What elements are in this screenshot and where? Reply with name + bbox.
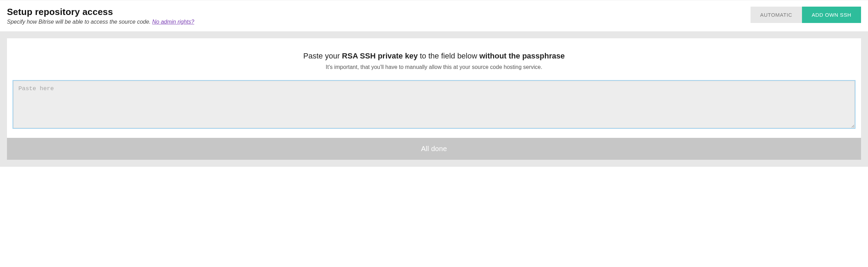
main-area: Paste your RSA SSH private key to the fi… xyxy=(0,31,868,167)
page-header: Setup repository access Specify how Bitr… xyxy=(0,0,868,31)
instruction-text: Paste your RSA SSH private key to the fi… xyxy=(13,52,855,61)
subtitle-prefix: Specify how Bitrise will be able to acce… xyxy=(7,19,152,25)
page-title: Setup repository access xyxy=(7,7,751,17)
done-wrapper: All done xyxy=(7,138,861,160)
sub-instruction-text: It's important, that you'll have to manu… xyxy=(13,64,855,70)
page-subtitle: Specify how Bitrise will be able to acce… xyxy=(7,19,751,25)
tab-group: AUTOMATIC ADD OWN SSH xyxy=(751,7,861,23)
instruction-mid: to the field below xyxy=(418,52,479,60)
instruction-bold-1: RSA SSH private key xyxy=(342,52,418,60)
no-admin-rights-link[interactable]: No admin rights? xyxy=(152,19,194,25)
instruction-bold-2: without the passphrase xyxy=(479,52,565,60)
all-done-button[interactable]: All done xyxy=(7,138,861,160)
tab-add-own-ssh[interactable]: ADD OWN SSH xyxy=(802,7,861,23)
ssh-private-key-input[interactable] xyxy=(13,81,855,128)
instruction-prefix: Paste your xyxy=(303,52,342,60)
ssh-key-card: Paste your RSA SSH private key to the fi… xyxy=(7,38,861,138)
header-text-block: Setup repository access Specify how Bitr… xyxy=(7,7,751,25)
tab-automatic[interactable]: AUTOMATIC xyxy=(751,7,802,23)
